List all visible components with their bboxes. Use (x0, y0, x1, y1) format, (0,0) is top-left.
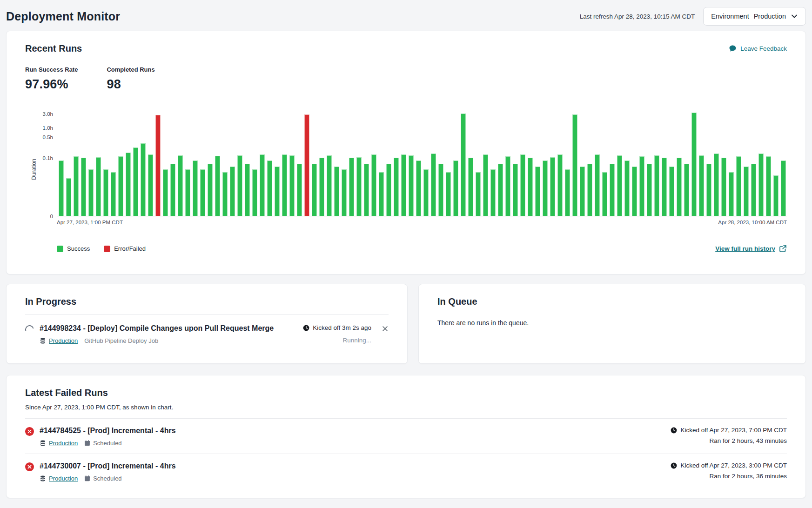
run-bar-success[interactable] (178, 155, 183, 216)
run-bar-success[interactable] (684, 164, 689, 216)
run-bar-success[interactable] (766, 156, 771, 216)
leave-feedback-link[interactable]: Leave Feedback (729, 45, 787, 53)
run-bar-success[interactable] (275, 167, 280, 216)
run-bar-success[interactable] (691, 113, 697, 216)
run-bar-success[interactable] (394, 158, 399, 216)
run-bar-success[interactable] (706, 164, 711, 216)
run-bar-success[interactable] (773, 175, 778, 216)
run-bar-success[interactable] (349, 158, 354, 216)
run-bar-success[interactable] (312, 164, 317, 216)
run-bar-success[interactable] (453, 160, 458, 216)
run-bar-success[interactable] (662, 158, 667, 216)
run-bar-success[interactable] (505, 156, 510, 216)
run-bar-success[interactable] (543, 160, 548, 216)
run-bar-success[interactable] (781, 160, 786, 216)
run-bar-success[interactable] (602, 172, 607, 216)
run-bar-success[interactable] (356, 157, 362, 216)
run-bar-success[interactable] (118, 156, 123, 216)
run-bar-success[interactable] (587, 164, 592, 216)
run-bar-success[interactable] (282, 154, 287, 216)
run-bar-success[interactable] (237, 155, 242, 216)
run-bar-success[interactable] (193, 160, 198, 216)
view-full-run-history-link[interactable]: View full run history (715, 245, 787, 253)
environment-select[interactable]: Environment Production (703, 7, 806, 26)
run-bar-success[interactable] (245, 164, 250, 216)
run-bar-success[interactable] (721, 158, 726, 216)
run-bar-success[interactable] (163, 169, 168, 216)
environment-production-link[interactable]: Production (49, 475, 78, 482)
run-bar-success[interactable] (103, 169, 108, 216)
run-bar-success[interactable] (498, 164, 503, 216)
run-bar-success[interactable] (423, 169, 429, 216)
run-bar-success[interactable] (401, 154, 406, 216)
run-bar-success[interactable] (476, 172, 481, 216)
run-bar-success[interactable] (126, 153, 131, 216)
run-bar-success[interactable] (446, 172, 451, 216)
run-bar-success[interactable] (170, 164, 175, 216)
run-bar-success[interactable] (111, 172, 116, 216)
run-bar-success[interactable] (66, 178, 71, 216)
run-bar-success[interactable] (386, 164, 391, 216)
run-bar-failed[interactable] (304, 114, 309, 216)
environment-production-link[interactable]: Production (49, 337, 78, 344)
run-bar-success[interactable] (744, 167, 749, 216)
run-bar-success[interactable] (624, 160, 630, 216)
run-bar-success[interactable] (222, 172, 228, 216)
run-bar-success[interactable] (654, 155, 659, 216)
run-bar-success[interactable] (490, 169, 496, 216)
run-bar-success[interactable] (572, 114, 577, 216)
run-bar-success[interactable] (535, 167, 540, 216)
run-bar-success[interactable] (639, 156, 644, 216)
run-bar-success[interactable] (371, 154, 376, 216)
run-bar-success[interactable] (520, 154, 525, 216)
run-bar-success[interactable] (148, 154, 153, 216)
run-bar-success[interactable] (565, 169, 570, 216)
run-bar-success[interactable] (409, 155, 414, 216)
run-bar-success[interactable] (758, 154, 764, 216)
run-bar-success[interactable] (260, 154, 265, 216)
run-bar-success[interactable] (208, 164, 213, 216)
run-bar-success[interactable] (483, 154, 488, 216)
run-bar-success[interactable] (632, 167, 637, 216)
close-icon[interactable] (382, 325, 389, 334)
run-bar-success[interactable] (334, 167, 339, 216)
run-bar-success[interactable] (379, 172, 384, 216)
environment-production-link[interactable]: Production (49, 440, 78, 447)
run-bar-success[interactable] (461, 114, 466, 216)
run-bar-failed[interactable] (155, 115, 161, 216)
run-bar-success[interactable] (252, 169, 257, 216)
run-bar-success[interactable] (200, 169, 205, 216)
run-bar-success[interactable] (438, 164, 443, 216)
run-bar-success[interactable] (595, 154, 600, 216)
run-bar-success[interactable] (714, 154, 719, 216)
run-bar-success[interactable] (431, 154, 436, 216)
run-bar-success[interactable] (74, 156, 79, 216)
run-bar-success[interactable] (230, 167, 235, 216)
run-bar-success[interactable] (617, 155, 622, 216)
run-bar-success[interactable] (557, 154, 563, 216)
run-bar-success[interactable] (81, 158, 86, 216)
run-bar-success[interactable] (416, 160, 421, 216)
run-bar-success[interactable] (699, 155, 704, 216)
run-bar-success[interactable] (141, 143, 146, 216)
run-bar-success[interactable] (468, 158, 473, 216)
run-bar-success[interactable] (513, 164, 518, 216)
run-bar-success[interactable] (59, 160, 64, 216)
run-bar-success[interactable] (364, 164, 369, 216)
run-bar-success[interactable] (297, 164, 302, 216)
run-bar-success[interactable] (88, 169, 94, 216)
run-bar-success[interactable] (550, 157, 555, 216)
run-bar-success[interactable] (327, 155, 332, 216)
run-bar-success[interactable] (133, 147, 138, 216)
run-bar-success[interactable] (215, 156, 220, 216)
run-bar-success[interactable] (669, 167, 674, 216)
run-bar-success[interactable] (528, 158, 533, 216)
run-bar-success[interactable] (267, 160, 272, 216)
run-bar-success[interactable] (610, 164, 615, 216)
run-bar-success[interactable] (185, 169, 190, 216)
run-bar-success[interactable] (677, 158, 682, 216)
run-bar-success[interactable] (289, 155, 295, 216)
run-bar-success[interactable] (729, 172, 734, 216)
run-bar-success[interactable] (96, 157, 101, 216)
run-bar-success[interactable] (751, 164, 756, 216)
